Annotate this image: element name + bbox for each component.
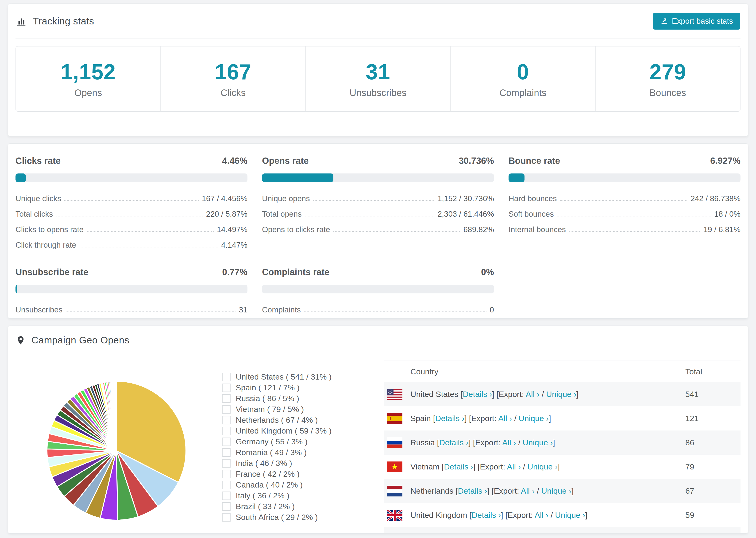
export-basic-stats-button[interactable]: Export basic stats bbox=[653, 13, 740, 29]
legend-item-netherlands[interactable]: Netherlands ( 67 / 4% ) bbox=[222, 415, 384, 425]
export-all-link[interactable]: All › bbox=[521, 486, 535, 495]
rate-row-label: Clicks to opens rate bbox=[16, 225, 83, 234]
slash-text: / bbox=[549, 511, 555, 519]
table-row-ru: Russia [Details ›] [Export: All › / Uniq… bbox=[384, 430, 740, 455]
export-unique-link[interactable]: Unique › bbox=[555, 511, 585, 519]
export-all-link[interactable]: All › bbox=[507, 462, 521, 471]
rate-row: Unique opens1,152 / 30.736% bbox=[262, 190, 494, 206]
rate-row-label: Soft bounces bbox=[509, 210, 554, 219]
export-icon bbox=[660, 17, 668, 25]
rate-title: Clicks rate bbox=[16, 156, 61, 166]
legend-label: Russia ( 86 / 5% ) bbox=[236, 394, 299, 403]
total-cell: 79 bbox=[685, 462, 740, 471]
legend-item-russia[interactable]: Russia ( 86 / 5% ) bbox=[222, 394, 384, 403]
total-cell: 67 bbox=[685, 486, 740, 496]
geo-pie-chart bbox=[16, 360, 222, 534]
rate-block-clicks-rate: Clicks rate4.46%Unique clicks167 / 4.456… bbox=[16, 156, 247, 252]
rate-head: Complaints rate0% bbox=[262, 267, 494, 277]
column-header-country: Country bbox=[384, 367, 685, 376]
legend-item-spain[interactable]: Spain ( 121 / 7% ) bbox=[222, 383, 384, 392]
legend-swatch bbox=[222, 384, 231, 392]
total-cell: 59 bbox=[685, 511, 740, 520]
details-link[interactable]: Details › bbox=[472, 511, 501, 519]
export-all-link[interactable]: All › bbox=[535, 511, 549, 519]
legend-item-canada[interactable]: Canada ( 40 / 2% ) bbox=[222, 480, 384, 489]
pie-slice[interactable] bbox=[116, 381, 117, 451]
export-all-link[interactable]: All › bbox=[526, 390, 540, 399]
progress-bar-fill bbox=[16, 174, 26, 182]
country-name: Netherlands [ bbox=[410, 486, 458, 495]
stat-cell-bounces: 279Bounces bbox=[596, 46, 740, 111]
bracket-text: ] bbox=[576, 390, 578, 399]
details-link[interactable]: Details › bbox=[444, 462, 473, 471]
rate-row-label: Total clicks bbox=[16, 210, 53, 219]
slash-text: / bbox=[535, 486, 541, 495]
legend-label: Netherlands ( 67 / 4% ) bbox=[236, 415, 318, 425]
export-button-label: Export basic stats bbox=[672, 17, 733, 26]
country-name: Russia [ bbox=[410, 438, 439, 447]
legend-item-india[interactable]: India ( 46 / 3% ) bbox=[222, 459, 384, 468]
rate-rows: Unique opens1,152 / 30.736%Total opens2,… bbox=[262, 190, 494, 237]
bracket-text: ] bbox=[585, 511, 587, 519]
country-row-text: Spain [Details ›] [Export: All › / Uniqu… bbox=[410, 414, 551, 423]
geo-header: Campaign Geo Opens bbox=[16, 326, 740, 355]
details-link[interactable]: Details › bbox=[439, 438, 469, 447]
bracket-text: ] bbox=[571, 486, 573, 495]
legend-item-germany[interactable]: Germany ( 55 / 3% ) bbox=[222, 437, 384, 446]
export-unique-link[interactable]: Unique › bbox=[523, 438, 553, 447]
export-all-link[interactable]: All › bbox=[502, 438, 516, 447]
rate-rows: Complaints0 bbox=[262, 302, 494, 317]
rate-block-unsubscribe-rate: Unsubscribe rate0.77%Unsubscribes31 bbox=[16, 267, 247, 317]
rate-row-value: 689.82% bbox=[463, 225, 494, 234]
rate-value: 30.736% bbox=[459, 156, 494, 166]
campaign-geo-opens-card: Campaign Geo Opens United States ( 541 /… bbox=[8, 326, 748, 534]
rate-row-label: Internal bounces bbox=[509, 225, 566, 234]
slash-text: / bbox=[540, 390, 546, 399]
legend-item-vietnam[interactable]: Vietnam ( 79 / 5% ) bbox=[222, 405, 384, 414]
details-link[interactable]: Details › bbox=[458, 486, 487, 495]
rate-title: Opens rate bbox=[262, 156, 309, 166]
flag-icon-es bbox=[387, 413, 403, 424]
country-row-text: Russia [Details ›] [Export: All › / Uniq… bbox=[410, 438, 555, 447]
geo-table-rows: United States [Details ›] [Export: All ›… bbox=[384, 382, 740, 534]
legend-item-italy[interactable]: Italy ( 36 / 2% ) bbox=[222, 491, 384, 500]
progress-bar bbox=[16, 285, 247, 294]
summary-stats-row: 1,152Opens167Clicks31Unsubscribes0Compla… bbox=[16, 46, 740, 112]
country-name: Spain [ bbox=[410, 414, 435, 423]
export-unique-link[interactable]: Unique › bbox=[541, 486, 571, 495]
details-link[interactable]: Details › bbox=[435, 414, 465, 423]
legend-item-united-kingdom[interactable]: United Kingdom ( 59 / 3% ) bbox=[222, 426, 384, 435]
legend-item-romania[interactable]: Romania ( 49 / 3% ) bbox=[222, 448, 384, 457]
dotted-leader bbox=[56, 216, 203, 216]
stat-value: 1,152 bbox=[61, 60, 116, 84]
geo-title: Campaign Geo Opens bbox=[31, 335, 129, 346]
legend-label: United States ( 541 / 31% ) bbox=[236, 372, 332, 381]
export-unique-link[interactable]: Unique › bbox=[546, 390, 576, 399]
table-row-de: Germany [Details ›] [Export: All › / Uni… bbox=[384, 527, 740, 534]
country-cell: United States [Details ›] [Export: All ›… bbox=[384, 389, 685, 400]
legend-item-united-states[interactable]: United States ( 541 / 31% ) bbox=[222, 372, 384, 381]
legend-item-brazil[interactable]: Brazil ( 33 / 2% ) bbox=[222, 502, 384, 511]
rate-row-value: 167 / 4.456% bbox=[202, 194, 248, 203]
rates-card: Clicks rate4.46%Unique clicks167 / 4.456… bbox=[8, 143, 748, 319]
rate-head: Clicks rate4.46% bbox=[16, 156, 247, 166]
rate-rows: Unsubscribes31 bbox=[16, 302, 247, 317]
details-link[interactable]: Details › bbox=[463, 390, 492, 399]
rate-row: Unique clicks167 / 4.456% bbox=[16, 190, 247, 206]
export-all-link[interactable]: All › bbox=[498, 414, 512, 423]
export-unique-link[interactable]: Unique › bbox=[527, 462, 558, 471]
export-unique-link[interactable]: Unique › bbox=[519, 414, 549, 423]
rate-row-value: 242 / 86.738% bbox=[690, 194, 740, 203]
legend-label: United Kingdom ( 59 / 3% ) bbox=[236, 426, 332, 435]
dotted-leader bbox=[569, 231, 700, 232]
rate-rows: Unique clicks167 / 4.456%Total clicks220… bbox=[16, 190, 247, 252]
legend-item-south-africa[interactable]: South Africa ( 29 / 2% ) bbox=[222, 512, 384, 522]
legend-item-france[interactable]: France ( 42 / 2% ) bbox=[222, 469, 384, 479]
rate-value: 6.927% bbox=[710, 156, 740, 166]
country-cell: Vietnam [Details ›] [Export: All › / Uni… bbox=[384, 461, 685, 472]
total-cell: 86 bbox=[685, 438, 740, 447]
stat-label: Bounces bbox=[650, 87, 686, 98]
legend-swatch bbox=[222, 394, 231, 403]
legend-swatch bbox=[222, 459, 231, 467]
progress-bar bbox=[16, 174, 247, 182]
